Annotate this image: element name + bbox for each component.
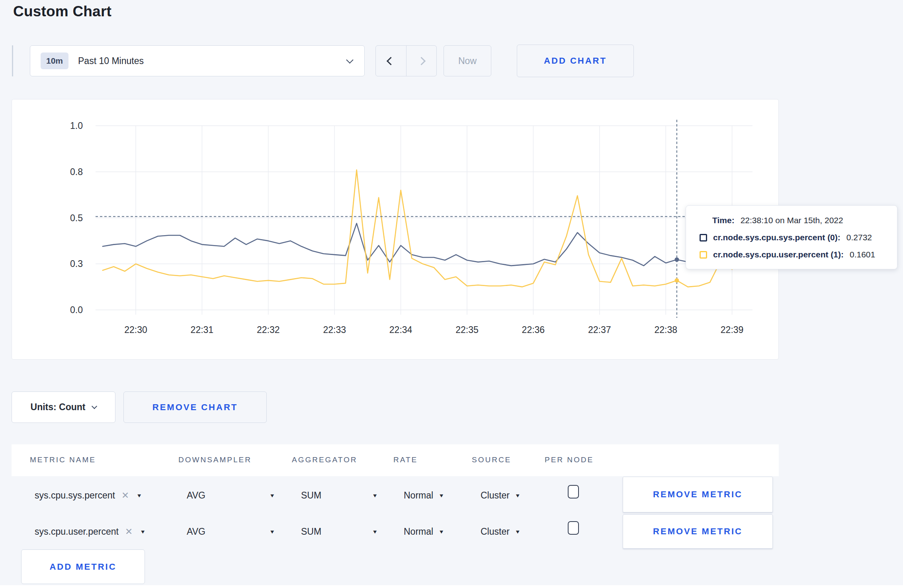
chevron-down-icon xyxy=(92,403,97,409)
time-range-label: Past 10 Minutes xyxy=(78,56,144,66)
downsampler-select[interactable]: AVG ▼ xyxy=(187,477,275,513)
metrics-table-header: METRIC NAME DOWNSAMPLER AGGREGATOR RATE … xyxy=(12,444,779,476)
svg-text:0.3: 0.3 xyxy=(70,259,83,269)
svg-text:22:33: 22:33 xyxy=(323,325,346,335)
tooltip-series-row: cr.node.sys.cpu.user.percent (1): 0.1601 xyxy=(700,248,897,261)
add-metric-button[interactable]: ADD METRIC xyxy=(21,549,145,584)
svg-text:22:30: 22:30 xyxy=(124,325,147,335)
svg-text:1.0: 1.0 xyxy=(70,121,83,131)
source-select[interactable]: Cluster ▼ xyxy=(481,477,521,513)
chevron-right-icon xyxy=(417,56,426,65)
series-swatch-user-icon xyxy=(700,251,707,259)
caret-down-icon: ▼ xyxy=(372,493,378,498)
timeseries-chart[interactable]: 0.00.30.50.81.022:3022:3122:3222:3322:34… xyxy=(12,99,779,360)
caret-down-icon: ▼ xyxy=(438,529,444,534)
svg-text:0.8: 0.8 xyxy=(70,167,83,177)
remove-metric-button[interactable]: REMOVE METRIC xyxy=(623,514,773,549)
downsampler-select[interactable]: AVG ▼ xyxy=(187,514,275,549)
svg-text:22:32: 22:32 xyxy=(257,325,280,335)
source-select[interactable]: Cluster ▼ xyxy=(481,514,521,549)
tooltip-time-row: Time: 22:38:10 on Mar 15th, 2022 xyxy=(712,214,897,227)
caret-down-icon: ▼ xyxy=(269,529,275,534)
toolbar-divider xyxy=(12,45,13,76)
col-header-downsampler: DOWNSAMPLER xyxy=(178,456,252,464)
now-button[interactable]: Now xyxy=(444,45,491,76)
svg-text:22:37: 22:37 xyxy=(588,325,611,335)
units-select[interactable]: Units: Count xyxy=(12,391,115,423)
metric-name-select[interactable]: sys.cpu.sys.percent ✕ ▼ xyxy=(35,477,142,513)
svg-text:22:35: 22:35 xyxy=(455,325,479,335)
chevron-down-icon xyxy=(346,56,353,63)
next-card-edge xyxy=(0,585,903,588)
col-header-rate: RATE xyxy=(393,456,418,464)
clear-metric-icon[interactable]: ✕ xyxy=(121,490,129,501)
tooltip-sys-label: cr.node.sys.cpu.sys.percent (0): xyxy=(713,233,840,242)
svg-text:0.5: 0.5 xyxy=(70,213,83,223)
metric-name-select[interactable]: sys.cpu.user.percent ✕ ▼ xyxy=(35,514,146,549)
col-header-per-node: PER NODE xyxy=(545,456,594,464)
tooltip-time-value: 22:38:10 on Mar 15th, 2022 xyxy=(741,216,843,225)
tooltip-series-row: cr.node.sys.cpu.sys.percent (0): 0.2732 xyxy=(700,231,897,244)
rate-select[interactable]: Normal ▼ xyxy=(404,514,444,549)
aggregator-select[interactable]: SUM ▼ xyxy=(301,477,378,513)
svg-text:0.0: 0.0 xyxy=(70,305,83,315)
svg-text:22:31: 22:31 xyxy=(191,325,214,335)
rate-select[interactable]: Normal ▼ xyxy=(404,477,444,513)
time-back-button[interactable] xyxy=(376,46,406,76)
tooltip-time-label: Time: xyxy=(712,216,735,225)
svg-text:22:36: 22:36 xyxy=(522,325,545,335)
tooltip-user-value: 0.1601 xyxy=(850,250,875,259)
caret-down-icon: ▼ xyxy=(372,529,378,534)
add-chart-button[interactable]: ADD CHART xyxy=(517,45,634,77)
chevron-left-icon xyxy=(387,56,395,65)
page-title: Custom Chart xyxy=(13,3,111,20)
metric-name-label: sys.cpu.sys.percent xyxy=(35,490,115,501)
clear-metric-icon[interactable]: ✕ xyxy=(125,526,133,537)
remove-metric-button[interactable]: REMOVE METRIC xyxy=(623,477,773,512)
col-header-aggregator: AGGREGATOR xyxy=(292,456,357,464)
time-forward-button[interactable] xyxy=(406,46,437,76)
caret-down-icon: ▼ xyxy=(438,493,444,498)
time-range-badge: 10m xyxy=(41,53,68,69)
svg-text:22:39: 22:39 xyxy=(721,325,744,335)
caret-down-icon: ▼ xyxy=(269,493,275,498)
chart-tooltip: Time: 22:38:10 on Mar 15th, 2022 cr.node… xyxy=(686,205,897,269)
aggregator-select[interactable]: SUM ▼ xyxy=(301,514,378,549)
time-nav-group xyxy=(375,45,437,76)
caret-down-icon: ▼ xyxy=(140,529,146,534)
col-header-source: SOURCE xyxy=(472,456,511,464)
col-header-metric-name: METRIC NAME xyxy=(30,456,96,464)
series-swatch-sys-icon xyxy=(700,234,707,241)
svg-text:22:38: 22:38 xyxy=(654,325,677,335)
units-label: Units: Count xyxy=(31,402,86,413)
time-range-picker[interactable]: 10m Past 10 Minutes xyxy=(30,45,365,76)
caret-down-icon: ▼ xyxy=(136,493,142,498)
per-node-checkbox[interactable] xyxy=(568,521,579,535)
caret-down-icon: ▼ xyxy=(515,529,521,534)
chart-card: 0.00.30.50.81.022:3022:3122:3222:3322:34… xyxy=(12,99,779,360)
tooltip-sys-value: 0.2732 xyxy=(846,233,872,242)
per-node-checkbox[interactable] xyxy=(568,485,579,498)
metric-name-label: sys.cpu.user.percent xyxy=(35,526,119,537)
caret-down-icon: ▼ xyxy=(515,493,521,498)
svg-text:22:34: 22:34 xyxy=(389,325,412,335)
remove-chart-button[interactable]: REMOVE CHART xyxy=(123,391,267,423)
tooltip-user-label: cr.node.sys.cpu.user.percent (1): xyxy=(713,250,844,259)
